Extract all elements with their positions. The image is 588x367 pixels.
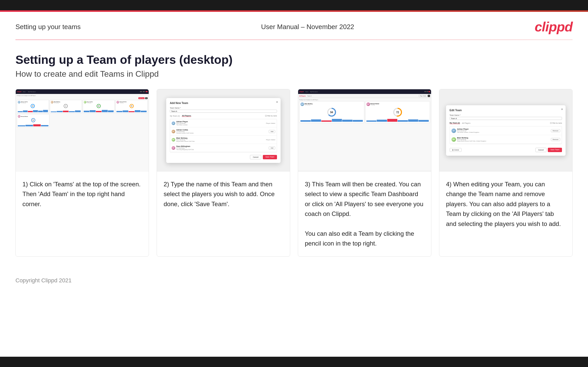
player-row-1: AP Adrian Player Plus Handicap The Shire… — [170, 119, 277, 127]
edit-dialog-footer: 🗑 Delete Cancel Save Team — [450, 148, 562, 152]
svg-text:72: 72 — [396, 111, 399, 114]
card-4-text: 4) When editing your Team, you can chang… — [439, 172, 572, 256]
card-3: clippd Teams My Performance All Players … — [298, 89, 431, 257]
dialog-tabs-mockup: My Team (2) All Players Filter by name — [170, 115, 277, 117]
player-row-4: DB Dave Billingham 1.5 Handicap The Dog … — [170, 144, 277, 152]
footer: Copyright Clippd 2021 — [0, 272, 588, 289]
header-left-text: Setting up your teams — [15, 23, 81, 31]
cancel-btn-mockup: Cancel — [250, 155, 261, 159]
edit-team-name-label: Team Name * — [450, 114, 562, 116]
bottom-bar — [0, 357, 588, 367]
add-team-dialog-mockup: Add New Team ✕ Team Name * Team A My Tea… — [166, 98, 281, 163]
dialog-footer-mockup: Cancel Save Team — [170, 155, 277, 159]
save-team-btn-mockup: Save Team — [263, 155, 277, 159]
svg-text:94: 94 — [330, 111, 333, 114]
card-2-text: 2) Type the name of this Team and then s… — [157, 172, 290, 256]
clippd-logo: clippd — [535, 19, 573, 34]
tab-all-players-mockup: All Players — [182, 115, 191, 117]
edit-filter-by-name: Filter by name — [550, 122, 562, 124]
edit-dialog-close: ✕ — [561, 108, 563, 111]
card-1-screenshot: clippd Home My Performance Finding 5 out… — [16, 89, 149, 172]
edit-team-name-input: Team A — [450, 117, 562, 120]
player-row-2: AC Adrian Coliba 1.5 Handicap Central Lo… — [170, 127, 277, 136]
edit-tab-all-players: All Players — [462, 122, 471, 124]
edit-tab-my-team: My Team (2) — [450, 122, 460, 124]
edit-dialog-title: Edit Team — [450, 109, 562, 112]
edit-dialog-tabs: My Team (2) All Players Filter by name — [450, 122, 562, 124]
card-4-screenshot: Edit Team ✕ Team Name * Team A My Team (… — [439, 89, 572, 172]
card-1-text: 1) Click on 'Teams' at the top of the sc… — [16, 172, 149, 256]
edit-player-row-1: AP Adrian Player Plus Handicap The Shire… — [450, 126, 562, 135]
delete-btn-mockup: 🗑 Delete — [450, 148, 461, 152]
edit-cancel-btn: Cancel — [535, 148, 547, 152]
card-3-screenshot: clippd Teams My Performance All Players … — [298, 89, 431, 172]
page-title: Setting up a Team of players (desktop) — [15, 53, 573, 67]
tab-my-team-mockup: My Team (2) — [170, 115, 180, 117]
dialog-close-mockup: ✕ — [276, 101, 278, 103]
team-name-label-mockup: Team Name * — [170, 107, 277, 109]
copyright-text: Copyright Clippd 2021 — [15, 277, 72, 284]
card-4: Edit Team ✕ Team Name * Team A My Team (… — [439, 89, 573, 257]
dialog-title-mockup: Add New Team — [170, 102, 277, 104]
edit-team-dialog-mockup: Edit Team ✕ Team Name * Team A My Team (… — [446, 105, 566, 156]
card-2: Add New Team ✕ Team Name * Team A My Tea… — [157, 89, 290, 257]
edit-player-row-2: BM Blair McHarg Plus Handicap Royal Nort… — [450, 135, 562, 144]
card-2-screenshot: Add New Team ✕ Team Name * Team A My Tea… — [157, 89, 290, 172]
edit-player-list: AP Adrian Player Plus Handicap The Shire… — [450, 126, 562, 144]
page-title-section: Setting up a Team of players (desktop) H… — [0, 40, 588, 89]
player-row-3: BM Blair McHarg Plus Handicap Royal Nort… — [170, 136, 277, 144]
team-name-input-mockup: Team A — [170, 110, 277, 113]
cards-grid: clippd Home My Performance Finding 5 out… — [0, 89, 588, 257]
top-bar — [0, 0, 588, 10]
page-subtitle: How to create and edit Teams in Clippd — [15, 69, 573, 79]
header: Setting up your teams User Manual – Nove… — [0, 12, 588, 40]
card-1: clippd Home My Performance Finding 5 out… — [15, 89, 149, 257]
player-list-mockup: AP Adrian Player Plus Handicap The Shire… — [170, 119, 277, 152]
header-center-text: User Manual – November 2022 — [261, 23, 354, 31]
card-3-text: 3) This Team will then be created. You c… — [298, 172, 431, 256]
filter-by-name-mockup: Filter by name — [265, 115, 277, 117]
edit-save-team-btn: Save Team — [548, 148, 562, 152]
